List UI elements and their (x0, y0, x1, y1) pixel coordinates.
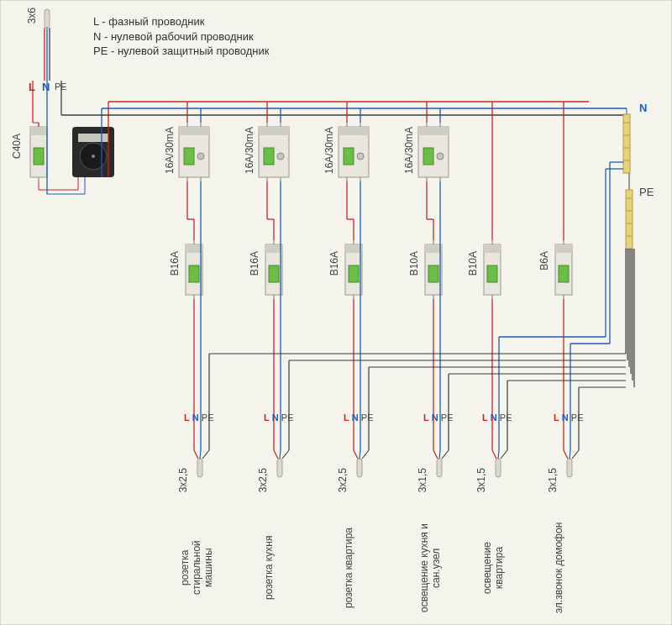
mcb-4: B10A (467, 251, 479, 276)
main-breaker-label: C40A (11, 134, 23, 159)
out5-L: L (554, 412, 559, 423)
cable-5: 3x1,5 (547, 468, 559, 492)
wiring-diagram: L - фазный проводник N - нулевой рабочий… (0, 0, 672, 625)
cable-0: 3x2,5 (177, 468, 189, 492)
svg-line-107 (354, 450, 358, 459)
name-1: розетка кухня (263, 522, 275, 614)
svg-line-115 (501, 450, 507, 459)
svg-line-112 (442, 450, 449, 459)
name-2: розетка квартира (343, 522, 354, 614)
out3-N: N (432, 412, 438, 423)
out5-N: N (562, 412, 569, 423)
label-L: L (29, 81, 35, 93)
svg-line-106 (282, 450, 289, 459)
svg-line-110 (433, 450, 438, 459)
svg-line-114 (498, 450, 499, 459)
svg-line-104 (274, 450, 278, 459)
out3-L: L (423, 412, 429, 423)
label-N: N (42, 81, 50, 93)
svg-line-101 (194, 450, 198, 459)
out5-PE: PE (571, 412, 584, 423)
mcb-5: B6A (538, 251, 550, 270)
svg-line-102 (200, 450, 201, 459)
cable-3: 3x1,5 (417, 468, 428, 492)
out0-N: N (192, 412, 199, 423)
out0-PE: PE (202, 412, 214, 423)
svg-line-103 (202, 450, 209, 459)
legend-L: L - фазный проводник (93, 14, 269, 29)
legend-N: N - нулевой рабочий проводник (93, 29, 269, 45)
svg-line-108 (360, 450, 360, 459)
out4-N: N (491, 412, 497, 423)
out0-L: L (184, 412, 190, 423)
label-PE: PE (55, 81, 67, 92)
mcb-1: B16A (249, 251, 260, 276)
svg-line-118 (572, 450, 579, 459)
svg-line-105 (280, 450, 281, 459)
cable-1: 3x2,5 (257, 468, 269, 492)
legend: L - фазный проводник N - нулевой рабочий… (93, 14, 269, 59)
out2-PE: PE (361, 412, 374, 423)
out4-L: L (482, 412, 488, 423)
wiring-svg (1, 1, 672, 625)
busbar-N-label: N (639, 102, 647, 114)
out1-PE: PE (281, 412, 294, 423)
mcb-2: B16A (328, 251, 340, 276)
legend-PE: PE - нулевой защитный проводник (93, 44, 269, 59)
svg-line-116 (564, 450, 568, 459)
name-3: освещение кухня и сан.узел (418, 522, 442, 614)
out4-PE: PE (500, 412, 512, 423)
rcd-2: 16A/30mA (323, 127, 335, 174)
cable-2: 3x2,5 (337, 468, 349, 492)
mcb-3: B10A (408, 251, 420, 276)
input-cable-label: 3x6 (26, 8, 38, 24)
svg-line-111 (439, 450, 440, 459)
svg-line-109 (362, 450, 369, 459)
cable-4: 3x1,5 (475, 468, 487, 492)
svg-line-117 (570, 450, 570, 459)
out1-L: L (264, 412, 270, 423)
rcd-0: 16A/30mA (164, 127, 176, 174)
name-4: освещение квартира (481, 522, 505, 614)
busbar-PE-label: PE (639, 186, 654, 198)
out3-PE: PE (441, 412, 454, 423)
mcb-0: B16A (169, 251, 181, 276)
out2-N: N (352, 412, 359, 423)
name-5: эл.звонок домофон (553, 522, 564, 614)
svg-line-113 (492, 450, 496, 459)
rcd-1: 16A/30mA (244, 127, 255, 174)
rcd-3: 16A/30mA (403, 127, 415, 174)
out2-L: L (344, 412, 349, 423)
name-0: розетка стиральной машины (179, 522, 214, 614)
out1-N: N (272, 412, 279, 423)
